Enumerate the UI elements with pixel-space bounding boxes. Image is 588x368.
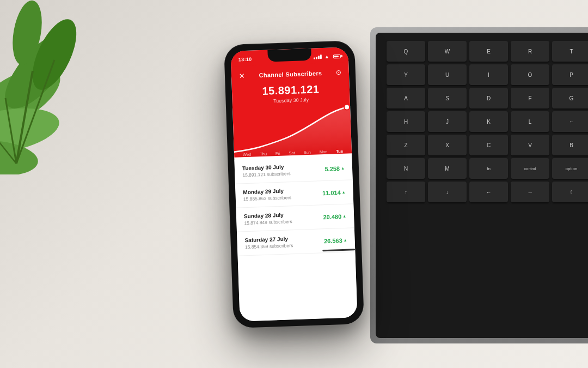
list-item[interactable]: Tuesday 30 July 15.891.121 subscribers 5… (234, 156, 352, 184)
phone: 13:10 ▲ (224, 40, 364, 328)
notch (267, 48, 311, 62)
key-option: option (552, 158, 588, 179)
status-time: 13:10 (238, 56, 252, 62)
day-label-mon: Mon (320, 149, 328, 154)
up-arrow-1: ▲ (341, 166, 345, 170)
key-v: V (511, 135, 549, 155)
status-icons: ▲ (314, 53, 341, 59)
key-t: T (552, 41, 588, 62)
subs-label-row-2: 15.885.863 subscribers (243, 195, 292, 202)
key-l: L (511, 111, 549, 132)
day-label-sat: Sat (289, 150, 295, 155)
key-control: control (511, 158, 549, 179)
signal-bar-4 (320, 55, 322, 59)
key-n: N (387, 158, 425, 179)
up-arrow-4: ▲ (344, 238, 347, 242)
up-arrow-3: ▲ (342, 214, 346, 218)
key-fn: fn (469, 158, 508, 179)
battery-icon (333, 54, 341, 58)
page-title: Channel Subscribers (259, 70, 322, 79)
svg-point-10 (344, 104, 350, 110)
key-o: O (511, 64, 549, 85)
wifi-icon: ▲ (324, 53, 329, 59)
up-arrow-2: ▲ (341, 190, 345, 194)
phone-screen: 13:10 ▲ (230, 47, 357, 321)
scene: Q W E R T Y U I O P A S D F G H J K L ← … (0, 0, 588, 368)
key-q: Q (387, 41, 425, 62)
key-d: D (469, 88, 508, 108)
key-j: J (428, 111, 467, 132)
day-label-wed: Wed (243, 152, 252, 157)
key-backspace: ← (552, 111, 588, 132)
gain-row-3: 20.480 ▲ (323, 213, 346, 220)
day-label-row-2: Monday 29 July (243, 188, 291, 195)
laptop-keyboard: Q W E R T Y U I O P A S D F G H J K L ← … (370, 27, 588, 343)
camera-icon[interactable]: ⊙ (336, 68, 341, 76)
key-down-arrow: ↓ (428, 182, 467, 202)
day-label-row-1: Tuesday 30 July (242, 164, 291, 171)
key-left-arrow: ← (469, 182, 508, 202)
signal-bar-1 (314, 57, 315, 59)
key-b: B (552, 135, 588, 155)
key-a: A (387, 88, 425, 108)
day-label-fri: Fri (275, 150, 280, 155)
key-right-arrow: → (511, 182, 549, 202)
plant-decoration (0, 0, 136, 174)
list-item[interactable]: Sunday 28 July 15.874.849 subscribers 20… (236, 204, 354, 232)
day-label-sun: Sun (303, 149, 311, 154)
list-item[interactable]: Monday 29 July 15.885.863 subscribers 11… (235, 180, 353, 208)
signal-bar-3 (318, 56, 320, 59)
key-m: M (428, 158, 467, 179)
key-shift: ⇧ (552, 182, 588, 202)
subs-label-row-1: 15.891.121 subscribers (242, 171, 291, 178)
list-area: Tuesday 30 July 15.891.121 subscribers 5… (234, 156, 357, 321)
key-up-arrow: ↑ (387, 182, 425, 202)
key-w: W (428, 41, 467, 62)
key-h: H (387, 111, 425, 132)
key-f: F (511, 88, 549, 108)
signal-bar-2 (316, 57, 317, 59)
gain-row-1: 5.258 ▲ (324, 165, 345, 172)
list-item[interactable]: Saturday 27 July 15.854.369 subscribers … (237, 228, 355, 256)
close-button[interactable]: ✕ (239, 71, 246, 80)
day-label-tue: Tue (336, 148, 343, 153)
key-p: P (552, 64, 588, 85)
key-g: G (552, 88, 588, 108)
gain-row-2: 11.014 ▲ (322, 189, 346, 196)
subs-label-row-4: 15.854.369 subscribers (245, 243, 293, 250)
key-z: Z (387, 135, 425, 155)
key-r: R (511, 41, 549, 62)
day-label-row-4: Saturday 27 July (244, 236, 293, 243)
key-u: U (428, 64, 467, 85)
key-y: Y (387, 64, 425, 85)
subs-label-row-3: 15.874.849 subscribers (244, 219, 292, 226)
key-x: X (428, 135, 467, 155)
key-k: K (469, 111, 508, 132)
day-label-row-3: Sunday 28 July (244, 212, 292, 219)
key-e: E (469, 41, 508, 62)
key-c: C (469, 135, 508, 155)
key-i: I (469, 64, 508, 85)
day-label-thu: Thu (260, 151, 267, 156)
gain-row-4: 26.563 ▲ (324, 237, 347, 244)
chart-area (232, 99, 352, 157)
key-s: S (428, 88, 467, 108)
